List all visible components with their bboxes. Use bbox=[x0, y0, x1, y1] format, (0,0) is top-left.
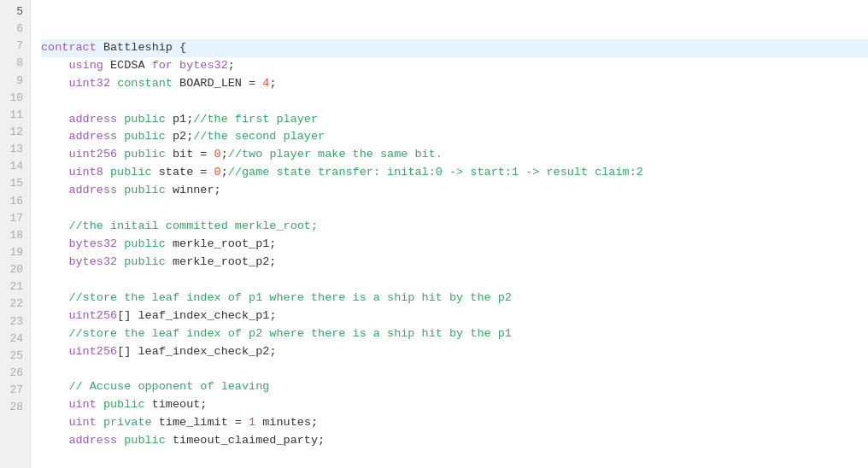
line-number-12: 12 bbox=[5, 124, 23, 141]
token: using bbox=[41, 59, 110, 72]
code-line-6: using ECDSA for bytes32; bbox=[41, 57, 868, 75]
code-line-9: address public p1;//the first player bbox=[41, 111, 868, 129]
code-editor: 5678910111213141516171819202122232425262… bbox=[0, 0, 868, 468]
token: timeout_claimed_party bbox=[173, 434, 318, 447]
token: = bbox=[228, 416, 249, 429]
token: time_limit bbox=[159, 416, 228, 429]
token: ; bbox=[318, 434, 325, 447]
token: uint256 bbox=[41, 345, 117, 358]
line-number-22: 22 bbox=[5, 295, 23, 313]
code-line-5: contract Battleship { bbox=[41, 39, 868, 57]
token: bit bbox=[173, 148, 193, 161]
code-line-24: // Accuse opponent of leaving bbox=[41, 378, 868, 396]
line-number-11: 11 bbox=[5, 107, 23, 124]
line-number-24: 24 bbox=[5, 331, 23, 348]
token: for bbox=[145, 59, 180, 72]
token: //the second player bbox=[193, 130, 325, 143]
token: //game state transfer: inital:0 -> start… bbox=[228, 166, 643, 178]
token: merkle_root_p1 bbox=[173, 237, 269, 250]
token: ; bbox=[311, 416, 318, 429]
code-line-16: bytes32 public merkle_root_p1; bbox=[41, 236, 868, 254]
token: uint bbox=[41, 416, 103, 429]
token: // Accuse opponent of leaving bbox=[41, 380, 269, 393]
token: ; bbox=[269, 345, 276, 358]
line-number-25: 25 bbox=[5, 348, 23, 365]
token: public bbox=[124, 255, 173, 268]
code-line-7: uint32 constant BOARD_LEN = 4; bbox=[41, 75, 868, 93]
line-number-16: 16 bbox=[5, 193, 23, 210]
line-number-19: 19 bbox=[5, 244, 23, 261]
token: ; bbox=[269, 237, 276, 250]
token: address bbox=[41, 130, 124, 143]
token: 0 bbox=[214, 166, 221, 178]
token: timeout bbox=[152, 398, 201, 411]
line-number-8: 8 bbox=[5, 55, 23, 72]
code-line-27: address public timeout_claimed_party; bbox=[41, 432, 868, 450]
token: public bbox=[124, 434, 173, 447]
token: [] bbox=[117, 309, 138, 322]
line-number-9: 9 bbox=[5, 73, 23, 90]
token: = bbox=[242, 77, 262, 90]
line-number-15: 15 bbox=[5, 175, 23, 192]
token: winner bbox=[173, 184, 214, 196]
token: merkle_root_p2 bbox=[173, 255, 269, 268]
token: uint bbox=[41, 398, 103, 411]
token: ; bbox=[221, 166, 228, 178]
line-number-10: 10 bbox=[5, 90, 23, 107]
code-line-17: bytes32 public merkle_root_p2; bbox=[41, 254, 868, 272]
token: Battleship bbox=[103, 41, 173, 54]
token: leaf_index_check_p1 bbox=[138, 309, 269, 322]
token: bytes32 bbox=[179, 59, 228, 72]
token: address bbox=[41, 113, 124, 126]
line-number-27: 27 bbox=[5, 382, 23, 399]
code-content[interactable]: contract Battleship { using ECDSA for by… bbox=[31, 0, 868, 468]
line-number-21: 21 bbox=[5, 278, 23, 295]
token: 1 bbox=[249, 416, 255, 429]
token: ; bbox=[269, 77, 276, 90]
code-line-19: //store the leaf index of p1 where there… bbox=[41, 290, 868, 307]
token: public bbox=[124, 130, 173, 143]
line-number-23: 23 bbox=[5, 313, 23, 331]
code-line-20: uint256[] leaf_index_check_p1; bbox=[41, 307, 868, 325]
line-number-20: 20 bbox=[5, 261, 23, 278]
code-line-22: uint256[] leaf_index_check_p2; bbox=[41, 343, 868, 361]
token: public bbox=[124, 237, 173, 250]
line-number-18: 18 bbox=[5, 227, 23, 244]
token: state bbox=[159, 166, 194, 178]
token: ; bbox=[200, 398, 207, 411]
token: bytes32 bbox=[41, 255, 124, 268]
line-number-17: 17 bbox=[5, 210, 23, 227]
line-number-14: 14 bbox=[5, 158, 23, 175]
token: //store the leaf index of p1 where there… bbox=[41, 291, 512, 304]
code-line-23 bbox=[41, 360, 868, 378]
token: constant bbox=[117, 77, 179, 90]
token: BOARD_LEN bbox=[179, 77, 242, 90]
line-number-7: 7 bbox=[5, 38, 23, 55]
code-line-12: uint8 public state = 0;//game state tran… bbox=[41, 164, 868, 182]
token: = bbox=[193, 166, 214, 178]
line-number-5: 5 bbox=[5, 3, 23, 20]
line-number-13: 13 bbox=[5, 141, 23, 158]
token: uint256 bbox=[41, 148, 124, 161]
token: //the initail committed merkle_root; bbox=[41, 219, 318, 232]
token: p2 bbox=[173, 130, 186, 143]
code-line-8 bbox=[41, 93, 868, 111]
token: uint8 bbox=[41, 166, 110, 178]
token: private bbox=[103, 416, 159, 429]
token: [] bbox=[117, 345, 138, 358]
code-line-14 bbox=[41, 200, 868, 218]
line-number-26: 26 bbox=[5, 365, 23, 382]
token: address bbox=[41, 434, 124, 447]
token: //store the leaf index of p2 where there… bbox=[41, 327, 512, 340]
token: 0 bbox=[214, 148, 221, 161]
code-line-28 bbox=[41, 450, 868, 468]
code-line-11: uint256 public bit = 0;//two player make… bbox=[41, 146, 868, 164]
token: ; bbox=[228, 59, 235, 72]
token: public bbox=[124, 184, 173, 196]
token: contract bbox=[41, 41, 103, 54]
token: public bbox=[103, 398, 152, 411]
token: ; bbox=[269, 255, 276, 268]
token: //two player make the same bit. bbox=[228, 148, 443, 161]
code-line-18 bbox=[41, 272, 868, 290]
token: //the first player bbox=[193, 113, 318, 126]
